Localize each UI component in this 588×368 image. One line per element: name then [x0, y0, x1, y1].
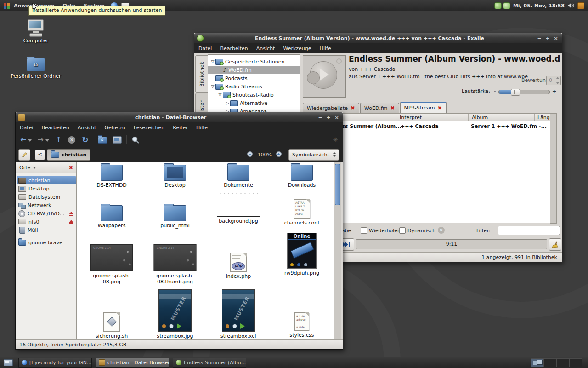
taskbar-item-file-browser[interactable]: christian - Datei-Browser — [96, 358, 169, 368]
expander-icon[interactable]: ▽ — [210, 84, 215, 89]
file-public-html[interactable]: public_html — [147, 203, 203, 229]
back-icon[interactable]: ← — [20, 136, 26, 144]
file-wallpapers[interactable]: Wallpapers — [84, 203, 139, 229]
menu-bearbeiten[interactable]: Bearbeiten — [37, 125, 73, 131]
volume-icon[interactable] — [567, 2, 575, 9]
path-button-christian[interactable]: christian — [47, 149, 90, 161]
menu-datei[interactable]: Datei — [16, 125, 37, 131]
repeat-checkbox[interactable] — [361, 227, 367, 234]
expander-icon[interactable]: ▽ — [217, 92, 223, 97]
menu-bearbeiten[interactable]: Bearbeiten — [216, 46, 252, 52]
volume-thumb[interactable] — [511, 89, 520, 96]
spin-up-icon[interactable] — [556, 77, 559, 79]
close-sidebar-icon[interactable]: ✖ — [69, 165, 73, 171]
clear-filter-icon[interactable]: × — [438, 227, 445, 234]
eject-icon[interactable] — [69, 212, 74, 216]
computer-toolbar-icon[interactable] — [113, 136, 122, 144]
maximize-button[interactable]: + — [324, 115, 333, 121]
place-dateisystem[interactable]: Dateisystem — [17, 193, 76, 201]
column-interpret[interactable]: Interpret — [400, 115, 422, 121]
tree-item-radio-streams[interactable]: ▽ Radio-Streams — [208, 82, 300, 91]
file-rw9dpiuh-png[interactable]: Online rw9dpiuh.png — [274, 233, 329, 276]
file-downloads[interactable]: Downloads — [274, 162, 329, 188]
back-dropdown-icon[interactable] — [28, 139, 32, 142]
place-desktop[interactable]: Desktop — [17, 184, 76, 193]
places-header[interactable]: Orte ✖ — [16, 162, 76, 173]
tree-item-woedfm[interactable]: ♪ WoED.fm — [208, 66, 300, 74]
file-gnome-splash-png[interactable]: GNOME 2.14 gnome-splash-08.png — [84, 244, 139, 285]
messenger-icon[interactable] — [503, 2, 510, 9]
place-christian[interactable]: christian — [17, 176, 76, 184]
seek-bar[interactable]: 9:11 — [356, 239, 547, 249]
tree-item-saved-stations[interactable]: ▽ Gespeicherte Stationen — [208, 58, 300, 66]
side-tab-bibliothek[interactable]: Bibliothek — [195, 55, 208, 93]
menu-ansicht[interactable]: Ansicht — [252, 46, 279, 52]
place-cdrw-dvd[interactable]: CD-RW-/DVD... — [17, 209, 76, 218]
file-background-jpg[interactable]: background.jpg — [211, 190, 266, 224]
desktop-icon-home[interactable]: ⌂ Persönlicher Ordner — [11, 55, 61, 79]
tree-item-alternative[interactable]: ▷ Alternative — [208, 99, 300, 107]
zoom-in-icon[interactable] — [276, 151, 283, 158]
menu-lesezeichen[interactable]: Lesezeichen — [130, 125, 169, 131]
icon-view[interactable]: DS-EXTHDD Desktop Dokumente Downloads Wa… — [77, 162, 334, 340]
menu-reiter[interactable]: Reiter — [169, 125, 192, 131]
taskbar-item-exaile[interactable]: Endless Summer (Albu... — [173, 358, 246, 368]
expander-icon[interactable]: ▽ — [210, 59, 215, 64]
menu-ansicht[interactable]: Ansicht — [74, 125, 101, 131]
dynamic-checkbox[interactable] — [399, 227, 406, 234]
volume-plus[interactable]: + — [552, 88, 556, 94]
file-channels-conf[interactable]: ASTRA LUKE.T RTL Te Astra channels.conf — [274, 199, 329, 226]
forward-dropdown-icon[interactable] — [45, 139, 49, 142]
tree-item-shoutcast[interactable]: ▽ Shoutcast-Radio — [208, 91, 300, 99]
filter-input[interactable] — [498, 226, 560, 235]
column-album[interactable]: Album — [472, 115, 488, 121]
file-streambox-xcf[interactable]: MUSTER streambox.xcf — [211, 289, 266, 339]
close-tab-icon[interactable]: ✖ — [437, 105, 442, 111]
clear-playlist-button[interactable] — [549, 238, 561, 251]
main-menu-icon[interactable] — [4, 3, 10, 9]
file-sicherung-sh[interactable]: sicherung.sh — [84, 312, 139, 339]
workspace-3[interactable] — [557, 358, 570, 367]
workspace-4[interactable] — [570, 358, 582, 367]
spin-down-icon[interactable] — [556, 82, 559, 84]
workspace-2[interactable] — [544, 358, 557, 367]
file-index-php[interactable]: php index.php — [211, 253, 266, 279]
eject-icon[interactable] — [69, 220, 74, 224]
exaile-titlebar[interactable]: Endless Summer (Album Version) - www.woe… — [194, 33, 562, 43]
close-button[interactable]: × — [552, 35, 560, 41]
clock[interactable]: Mi, 05. Nov, 18:58 — [513, 3, 565, 9]
volume-slider[interactable] — [498, 90, 550, 94]
forward-icon[interactable]: → — [37, 136, 43, 144]
file-gnome-splash-thumb-png[interactable]: GNOME 2.14 gnome-splash-08.thumb.png — [147, 244, 203, 285]
search-icon[interactable] — [131, 136, 140, 144]
close-tab-icon[interactable]: ✖ — [351, 105, 355, 111]
update-notifier-icon[interactable] — [577, 2, 584, 9]
reload-icon[interactable]: ↻ — [82, 136, 88, 144]
file-dokumente[interactable]: Dokumente — [211, 162, 266, 188]
menu-hilfe[interactable]: Hilfe — [316, 46, 335, 52]
menu-gehe-zu[interactable]: Gehe zu — [100, 125, 129, 131]
path-scroll-left-button[interactable]: < — [35, 150, 45, 160]
place-gnome-brave[interactable]: gnome-brave — [17, 238, 76, 247]
maximize-button[interactable]: + — [543, 35, 552, 41]
file-desktop[interactable]: Desktop — [147, 162, 203, 188]
view-mode-select[interactable]: Symbolansicht — [288, 149, 339, 161]
file-browser-titlebar[interactable]: christian - Datei-Browser − + × — [16, 112, 343, 122]
workspace-switcher[interactable] — [531, 358, 582, 367]
rating-spinbox[interactable]: 0 — [546, 76, 561, 85]
scrollbar-thumb[interactable] — [335, 164, 340, 205]
tab-mp3-stream[interactable]: MP3-Stream ✖ — [400, 102, 447, 113]
up-icon[interactable]: ↑ — [56, 136, 62, 144]
minimize-button[interactable]: − — [316, 115, 324, 121]
close-button[interactable]: × — [333, 115, 341, 121]
chat-status-icon[interactable] — [494, 2, 502, 9]
playlist-scrollbar[interactable] — [550, 113, 557, 224]
file-styles-css[interactable]: a { co a:hove a.side styles.css — [274, 312, 329, 338]
close-tab-icon[interactable]: ✖ — [390, 105, 395, 111]
zoom-out-icon[interactable] — [247, 151, 254, 158]
workspace-1[interactable] — [531, 358, 544, 367]
menu-werkzeuge[interactable]: Werkzeuge — [279, 46, 315, 52]
volume-minus[interactable]: - — [494, 88, 496, 94]
menu-hilfe[interactable]: Hilfe — [192, 125, 212, 131]
minimize-button[interactable]: − — [535, 35, 543, 41]
